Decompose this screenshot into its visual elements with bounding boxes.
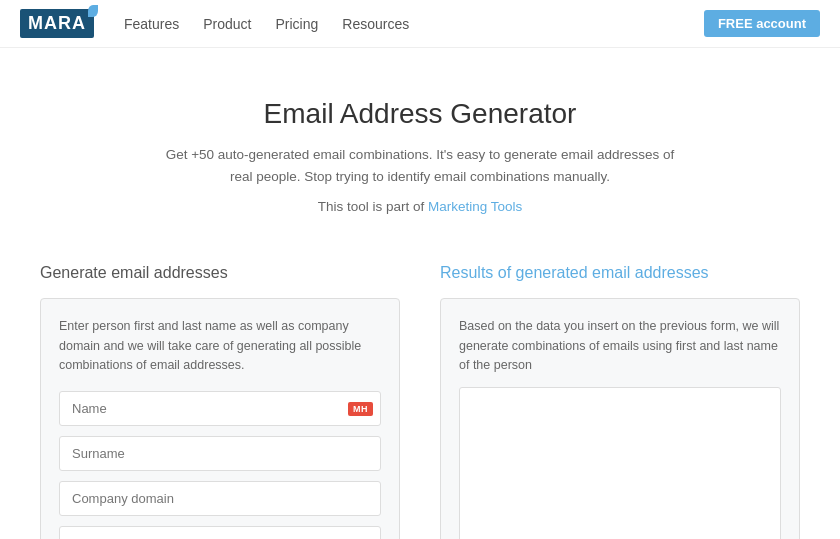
company-domain-input-wrapper	[59, 481, 381, 516]
left-col-title: Generate email addresses	[40, 264, 400, 282]
alt-domain-input-wrapper	[59, 526, 381, 539]
results-description: Based on the data you insert on the prev…	[459, 317, 781, 375]
nav-features[interactable]: Features	[124, 16, 179, 32]
logo-text: MARA	[20, 9, 94, 38]
nav-resources[interactable]: Resources	[342, 16, 409, 32]
nav-product[interactable]: Product	[203, 16, 251, 32]
company-domain-input[interactable]	[59, 481, 381, 516]
navbar: MARA Features Product Pricing Resources …	[0, 0, 840, 48]
name-input-wrapper: MH	[59, 391, 381, 426]
main-content: Email Address Generator Get +50 auto-gen…	[20, 48, 820, 539]
free-account-button[interactable]: FREE account	[704, 10, 820, 37]
marketing-tools-link[interactable]: Marketing Tools	[428, 199, 522, 214]
generate-form-panel: Enter person first and last name as well…	[40, 298, 400, 539]
results-panel: Based on the data you insert on the prev…	[440, 298, 800, 539]
logo[interactable]: MARA	[20, 9, 94, 38]
surname-input[interactable]	[59, 436, 381, 471]
hero-tool-link: This tool is part of Marketing Tools	[40, 199, 800, 214]
left-column: Generate email addresses Enter person fi…	[40, 264, 400, 539]
name-input[interactable]	[59, 391, 381, 426]
page-title: Email Address Generator	[40, 98, 800, 130]
hero-tool-prefix: This tool is part of	[318, 199, 428, 214]
nav-links: Features Product Pricing Resources	[124, 16, 704, 32]
right-col-title: Results of generated email addresses	[440, 264, 800, 282]
logo-leaf-icon	[88, 5, 98, 17]
results-textarea[interactable]	[459, 387, 781, 539]
hero-section: Email Address Generator Get +50 auto-gen…	[40, 98, 800, 214]
form-description: Enter person first and last name as well…	[59, 317, 381, 375]
navbar-cta: FREE account	[704, 10, 820, 37]
name-required-badge: MH	[348, 402, 373, 416]
hero-description: Get +50 auto-generated email combination…	[160, 144, 680, 187]
alt-domain-input[interactable]	[59, 526, 381, 539]
surname-input-wrapper	[59, 436, 381, 471]
nav-pricing[interactable]: Pricing	[276, 16, 319, 32]
right-column: Results of generated email addresses Bas…	[440, 264, 800, 539]
two-column-layout: Generate email addresses Enter person fi…	[40, 264, 800, 539]
